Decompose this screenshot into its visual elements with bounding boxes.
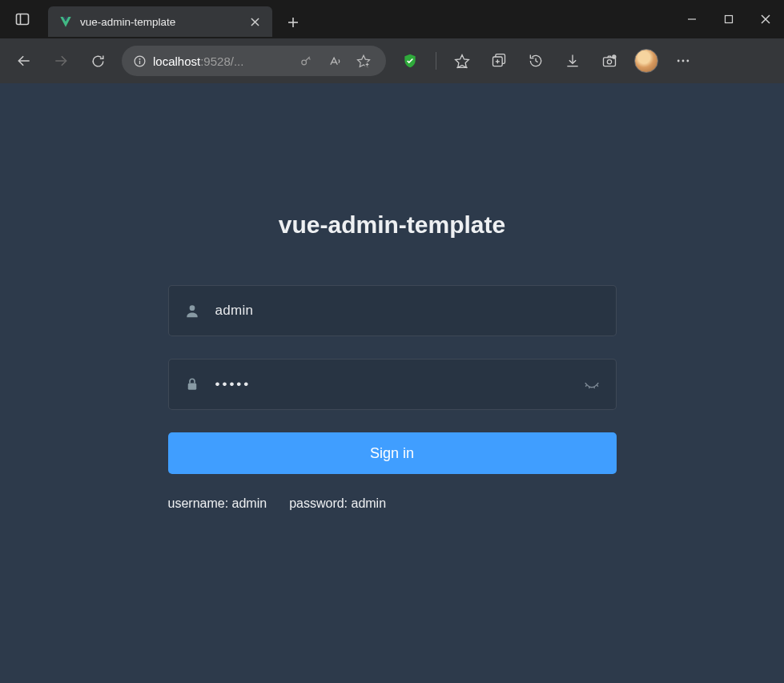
sign-in-button[interactable]: Sign in [168, 432, 617, 474]
profile-avatar[interactable] [630, 45, 662, 77]
hint-username: username: admin [168, 496, 267, 511]
address-url: localhost:9528/... [153, 54, 243, 68]
extension-shield-icon[interactable] [394, 45, 426, 77]
nav-back-button[interactable] [8, 45, 40, 77]
vue-favicon-icon [59, 15, 72, 28]
svg-line-40 [593, 387, 594, 388]
user-icon [183, 303, 201, 319]
svg-rect-37 [187, 384, 196, 390]
screenshot-icon[interactable] [593, 45, 625, 77]
login-hints: username: admin password: admin [168, 496, 617, 511]
eye-closed-icon[interactable] [582, 376, 601, 393]
window-minimize-button[interactable] [673, 3, 710, 35]
browser-tab[interactable]: vue-admin-template [48, 6, 272, 37]
svg-line-41 [597, 385, 597, 387]
hint-password: password: admin [289, 496, 386, 511]
svg-point-29 [607, 60, 611, 64]
svg-point-33 [677, 60, 680, 62]
address-bar[interactable]: localhost:9528/... [122, 46, 386, 76]
read-aloud-icon[interactable] [324, 50, 346, 72]
svg-point-15 [301, 60, 306, 65]
username-input[interactable] [215, 303, 601, 319]
page-content: vue-admin-template [0, 83, 784, 683]
password-key-icon[interactable] [295, 50, 317, 72]
nav-refresh-button[interactable] [82, 45, 114, 77]
svg-rect-0 [17, 14, 29, 25]
svg-point-36 [189, 305, 195, 311]
login-form: vue-admin-template [168, 83, 617, 511]
browser-chrome: vue-admin-template [0, 0, 784, 83]
toolbar-separator [436, 52, 436, 70]
browser-toolbar: localhost:9528/... [0, 38, 784, 83]
new-tab-button[interactable] [280, 10, 306, 35]
password-input[interactable] [215, 376, 582, 392]
site-info-icon[interactable] [133, 54, 147, 68]
downloads-icon[interactable] [557, 45, 589, 77]
window-close-button[interactable] [747, 3, 784, 35]
titlebar: vue-admin-template [0, 0, 784, 38]
svg-marker-21 [456, 55, 469, 68]
history-icon[interactable] [520, 45, 552, 77]
lock-icon [183, 377, 201, 392]
login-title: vue-admin-template [168, 211, 617, 239]
nav-forward-button[interactable] [45, 45, 77, 77]
favorite-star-icon[interactable] [352, 50, 375, 72]
svg-rect-7 [726, 16, 733, 23]
more-menu-icon[interactable] [667, 45, 699, 77]
sidebar-panel-toggle[interactable] [6, 3, 38, 35]
tab-title: vue-admin-template [80, 16, 240, 28]
svg-line-38 [585, 385, 586, 387]
url-rest: :9528/... [200, 54, 243, 68]
svg-point-34 [682, 60, 685, 62]
window-maximize-button[interactable] [710, 3, 747, 35]
svg-point-13 [139, 58, 140, 59]
url-host: localhost [153, 54, 200, 68]
tab-close-icon[interactable] [248, 15, 261, 28]
svg-point-35 [686, 60, 689, 62]
window-controls [673, 3, 784, 35]
svg-line-39 [589, 387, 589, 388]
password-field[interactable] [168, 359, 617, 410]
favorites-list-icon[interactable] [446, 45, 478, 77]
collections-icon[interactable] [483, 45, 515, 77]
username-field[interactable] [168, 285, 617, 336]
